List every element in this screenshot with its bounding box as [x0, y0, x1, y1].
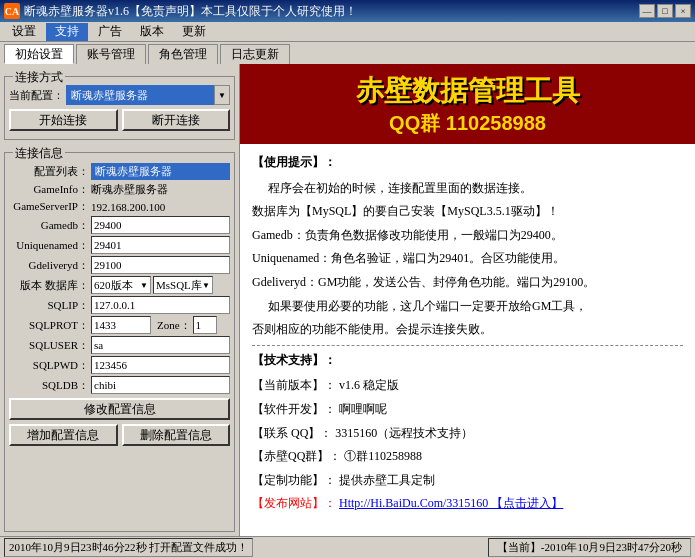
dbtype-arrow-icon: ▼	[202, 281, 210, 290]
tech-line-6: 【发布网站】： Http://Hi.BaiDu.Com/3315160 【点击进…	[252, 493, 683, 515]
tech-value-4: ①群110258988	[344, 449, 422, 463]
close-button[interactable]: ×	[675, 4, 691, 18]
tech-value-5: 提供赤壁工具定制	[339, 473, 435, 487]
disconnect-button[interactable]: 断开连接	[122, 109, 231, 131]
usage-line-3: 数据库为【MySQL】的要自己安装【MySQL3.5.1驱动】！	[252, 201, 683, 223]
sqlprot-input[interactable]: 1433	[91, 316, 151, 334]
minimize-button[interactable]: —	[639, 4, 655, 18]
info-section: 连接信息 配置列表： 断魂赤壁服务器 GameInfo： 断魂赤壁服务器 Gam…	[4, 152, 235, 532]
sqlip-row: SQLIP： 127.0.0.1	[9, 296, 230, 314]
tech-label-6: 【发布网站】：	[252, 496, 336, 510]
tab-init[interactable]: 初始设置	[4, 44, 74, 64]
tech-label-5: 【定制功能】：	[252, 473, 336, 487]
connect-button[interactable]: 开始连接	[9, 109, 118, 131]
main-area: 连接方式 当前配置： 断魂赤壁服务器 ▼ 开始连接 断开连接 连接信息 配置列表…	[0, 64, 695, 536]
status-left-text: 2010年10月9日23时46分22秒 打开配置文件成功！	[4, 538, 253, 557]
tech-value-3: 3315160（远程技术支持）	[335, 426, 473, 440]
gameserverip-row: GameServerIP： 192.168.200.100	[9, 199, 230, 214]
tab-bar: 初始设置 账号管理 角色管理 日志更新	[0, 42, 695, 64]
dbtype-value: MsSQL库	[156, 278, 202, 293]
version-row: 版本 数据库： 620版本 ▼ MsSQL库 ▼	[9, 276, 230, 294]
menu-bar: 设置 支持 广告 版本 更新	[0, 22, 695, 42]
tech-link-6[interactable]: Http://Hi.BaiDu.Com/3315160 【点击进入】	[339, 496, 563, 510]
current-config-combo[interactable]: 断魂赤壁服务器 ▼	[66, 85, 230, 105]
sqlip-label: SQLIP：	[9, 298, 89, 313]
connect-section: 连接方式 当前配置： 断魂赤壁服务器 ▼ 开始连接 断开连接	[4, 76, 235, 140]
left-panel: 连接方式 当前配置： 断魂赤壁服务器 ▼ 开始连接 断开连接 连接信息 配置列表…	[0, 64, 240, 536]
sqlpwd-input[interactable]: 123456	[91, 356, 230, 374]
tech-title: 【技术支持】：	[252, 350, 683, 372]
divider	[252, 345, 683, 346]
bottom-btns-row: 增加配置信息 删除配置信息	[9, 424, 230, 446]
menu-settings[interactable]: 设置	[4, 23, 44, 41]
window-title: 断魂赤壁服务器v1.6【免责声明】本工具仅限于个人研究使用！	[24, 3, 357, 20]
status-bar: 2010年10月9日23时46分22秒 打开配置文件成功！ 【当前】-2010年…	[0, 536, 695, 558]
dbtype-combo[interactable]: MsSQL库 ▼	[153, 276, 213, 294]
usage-title: 【使用提示】：	[252, 152, 683, 174]
version-arrow-icon: ▼	[140, 281, 148, 290]
config-list-value: 断魂赤壁服务器	[91, 163, 230, 180]
menu-version[interactable]: 版本	[132, 23, 172, 41]
tab-account[interactable]: 账号管理	[76, 44, 146, 64]
right-panel: 赤壁数据管理工具 QQ群 110258988 【使用提示】： 程序会在初始的时候…	[240, 64, 695, 536]
status-left: 2010年10月9日23时46分22秒 打开配置文件成功！	[4, 538, 480, 557]
maximize-button[interactable]: □	[657, 4, 673, 18]
version-label: 版本 数据库：	[9, 278, 89, 293]
menu-update[interactable]: 更新	[174, 23, 214, 41]
tech-line-3: 【联系 QQ】： 3315160（远程技术支持）	[252, 423, 683, 445]
right-sub-title: QQ群 110258988	[389, 110, 546, 137]
gameinfo-row: GameInfo： 断魂赤壁服务器	[9, 182, 230, 197]
sqluser-input[interactable]: sa	[91, 336, 230, 354]
tab-log[interactable]: 日志更新	[220, 44, 290, 64]
sqldb-input[interactable]: chibi	[91, 376, 230, 394]
usage-line-7: Uniquenamed：角色名验证，端口为29401。合区功能使用。	[252, 248, 683, 270]
sqlip-input[interactable]: 127.0.0.1	[91, 296, 230, 314]
version-value: 620版本	[94, 278, 133, 293]
menu-ad[interactable]: 广告	[90, 23, 130, 41]
title-bar-left: CA 断魂赤壁服务器v1.6【免责声明】本工具仅限于个人研究使用！	[4, 3, 357, 20]
usage-line-11: 如果要使用必要的功能，这几个端口一定要开放给GM工具，	[252, 296, 683, 318]
gdeliveryd-input[interactable]: 29100	[91, 256, 230, 274]
config-list-label: 配置列表：	[9, 164, 89, 179]
title-bar: CA 断魂赤壁服务器v1.6【免责声明】本工具仅限于个人研究使用！ — □ ×	[0, 0, 695, 22]
app-icon: CA	[4, 3, 20, 19]
gamedb-label: Gamedb：	[9, 218, 89, 233]
right-main-title: 赤壁数据管理工具	[356, 72, 580, 110]
uniquenamed-input[interactable]: 29401	[91, 236, 230, 254]
connect-section-title: 连接方式	[13, 69, 65, 86]
zone-label: Zone：	[157, 318, 191, 333]
tech-line-1: 【当前版本】： v1.6 稳定版	[252, 375, 683, 397]
gdeliveryd-row: Gdeliveryd： 29100	[9, 256, 230, 274]
combo-arrow-icon[interactable]: ▼	[214, 85, 230, 105]
info-section-title: 连接信息	[13, 145, 65, 162]
gdeliveryd-label: Gdeliveryd：	[9, 258, 89, 273]
title-controls: — □ ×	[639, 4, 691, 18]
gameinfo-label: GameInfo：	[9, 182, 89, 197]
current-config-label: 当前配置：	[9, 88, 64, 103]
uniquenamed-row: Uniquenamed： 29401	[9, 236, 230, 254]
connect-btn-row: 开始连接 断开连接	[9, 109, 230, 131]
modify-btn-row: 修改配置信息	[9, 398, 230, 420]
gameserverip-value: 192.168.200.100	[91, 201, 230, 213]
modify-config-button[interactable]: 修改配置信息	[9, 398, 230, 420]
sqlpwd-label: SQLPWD：	[9, 358, 89, 373]
delete-config-button[interactable]: 删除配置信息	[122, 424, 231, 446]
tech-value-1: v1.6 稳定版	[339, 378, 399, 392]
gameinfo-value: 断魂赤壁服务器	[91, 182, 230, 197]
tech-line-4: 【赤壁QQ群】： ①群110258988	[252, 446, 683, 468]
usage-line-12: 否则相应的功能不能使用。会提示连接失败。	[252, 319, 683, 341]
sqluser-row: SQLUSER： sa	[9, 336, 230, 354]
zone-input[interactable]: 1	[193, 316, 217, 334]
sqldb-label: SQLDB：	[9, 378, 89, 393]
tab-role[interactable]: 角色管理	[148, 44, 218, 64]
usage-line-5: Gamedb：负责角色数据修改功能使用，一般端口为29400。	[252, 225, 683, 247]
gamedb-input[interactable]: 29400	[91, 216, 230, 234]
tech-label-1: 【当前版本】：	[252, 378, 336, 392]
menu-support[interactable]: 支持	[46, 23, 88, 41]
version-combo[interactable]: 620版本 ▼	[91, 276, 151, 294]
add-config-button[interactable]: 增加配置信息	[9, 424, 118, 446]
tech-label-3: 【联系 QQ】：	[252, 426, 332, 440]
sqldb-row: SQLDB： chibi	[9, 376, 230, 394]
gameserverip-label: GameServerIP：	[9, 199, 89, 214]
tech-line-2: 【软件开发】： 啊哩啊呢	[252, 399, 683, 421]
